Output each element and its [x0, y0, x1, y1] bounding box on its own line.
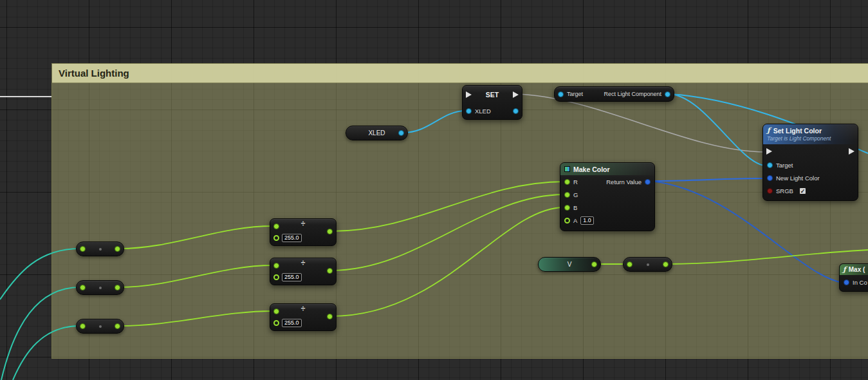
xled-get-node[interactable]: XLED [346, 126, 408, 140]
passthrough-node-4[interactable] [623, 257, 672, 272]
g-input-pin[interactable] [564, 192, 570, 198]
comment-box[interactable]: Virtual Lighting [51, 63, 868, 359]
new-light-color-label: New Light Color [776, 175, 820, 182]
exec-out-pin[interactable] [513, 91, 519, 98]
function-icon: ƒ [843, 265, 846, 274]
xled-get-output-pin[interactable] [398, 130, 404, 136]
function-icon: ƒ [767, 126, 770, 135]
comment-header[interactable]: Virtual Lighting [52, 64, 868, 83]
divide-node-1[interactable]: ÷ 255.0 [270, 218, 337, 246]
r-input-pin[interactable] [564, 179, 570, 185]
comment-title: Virtual Lighting [59, 68, 129, 79]
node-dot [99, 325, 102, 328]
srgb-row: SRGB ✓ [763, 184, 858, 197]
new-light-color-pin[interactable] [767, 175, 773, 181]
exec-in-pin[interactable] [466, 91, 472, 98]
max-node-header: ƒ Max ( [840, 264, 868, 275]
a-value-field[interactable]: 1.0 [580, 216, 594, 225]
set-light-color-title: Set Light Color [773, 127, 822, 135]
divide-output-pin[interactable] [327, 268, 333, 274]
target-pin[interactable] [767, 162, 773, 168]
divide-b-value-field[interactable]: 255.0 [282, 273, 302, 281]
divide-input-a-pin[interactable] [273, 309, 279, 314]
b-input-pin[interactable] [564, 205, 570, 211]
passthrough-node-1[interactable] [76, 242, 124, 256]
set-node-pin-row: XLED [463, 103, 522, 119]
node-dot [647, 263, 649, 266]
divide-node-3[interactable]: ÷ 255.0 [270, 303, 337, 331]
srgb-checkbox[interactable]: ✓ [799, 187, 806, 195]
divide-symbol: ÷ [270, 219, 336, 228]
a-input-label: A [573, 217, 577, 224]
g-input-label: G [573, 191, 578, 198]
divide-input-b-pin[interactable] [273, 235, 279, 241]
node-dot [99, 248, 102, 251]
exec-in-pin[interactable] [766, 148, 772, 155]
b-input-label: B [573, 204, 577, 211]
xled-input-pin[interactable] [466, 108, 472, 114]
set-node-header: SET [463, 86, 522, 103]
input-pin[interactable] [80, 285, 86, 290]
a-input-pin[interactable] [564, 218, 570, 223]
blueprint-graph-canvas[interactable]: Virtual Lighting SET XLED [0, 0, 868, 380]
make-color-row-a: A 1.0 [560, 214, 654, 227]
make-color-title: Make Color [573, 166, 610, 173]
passthrough-node-2[interactable] [76, 280, 124, 295]
rect-light-component-node[interactable]: Target Rect Light Component [554, 86, 674, 102]
set-light-color-header: ƒ Set Light Color Target is Light Compon… [763, 124, 858, 144]
set-xled-node[interactable]: SET XLED [462, 85, 522, 120]
input-pin[interactable] [80, 323, 86, 329]
make-color-node[interactable]: Make Color R Return Value G B A 1.0 [560, 162, 655, 231]
set-light-color-subtitle: Target is Light Component [767, 135, 854, 142]
divide-output-pin[interactable] [327, 314, 333, 319]
v-output-pin[interactable] [591, 261, 597, 267]
node-dot [99, 287, 102, 289]
return-value-label: Return Value [606, 178, 642, 185]
target-label: Target [776, 162, 793, 169]
new-light-color-row: New Light Color [763, 171, 858, 184]
divide-b-value-field[interactable]: 255.0 [282, 319, 302, 327]
max-node[interactable]: ƒ Max ( In Co [839, 263, 868, 292]
output-pin[interactable] [115, 246, 120, 252]
max-node-title: Max ( [849, 266, 865, 273]
max-input-label: In Co [853, 279, 867, 286]
exec-out-pin[interactable] [849, 148, 854, 155]
v-get-node[interactable]: V [538, 257, 601, 272]
input-pin[interactable] [627, 261, 633, 267]
divide-input-a-pin[interactable] [273, 223, 279, 229]
set-light-color-exec-row [763, 144, 858, 158]
divide-symbol: ÷ [270, 304, 336, 313]
xled-output-pin[interactable] [513, 108, 519, 114]
output-pin[interactable] [663, 261, 669, 267]
set-node-title: SET [472, 91, 513, 99]
make-color-header: Make Color [560, 163, 654, 175]
make-color-row-g: G [560, 188, 654, 201]
make-color-row-r: R Return Value [560, 175, 654, 188]
divide-node-2[interactable]: ÷ 255.0 [270, 258, 337, 285]
passthrough-node-3[interactable] [76, 319, 124, 334]
max-input-row: In Co [840, 275, 868, 290]
target-input-label: Target [567, 91, 583, 97]
rect-light-output-pin[interactable] [665, 91, 670, 97]
xled-input-label: XLED [475, 108, 491, 115]
divide-b-value-field[interactable]: 255.0 [282, 234, 302, 242]
divide-input-a-pin[interactable] [273, 263, 279, 269]
rect-light-output-label: Rect Light Component [604, 91, 661, 97]
output-pin[interactable] [115, 323, 120, 329]
set-light-color-node[interactable]: ƒ Set Light Color Target is Light Compon… [762, 124, 858, 201]
divide-input-b-pin[interactable] [273, 274, 279, 280]
make-struct-icon [564, 166, 570, 172]
srgb-pin[interactable] [767, 188, 773, 194]
target-row: Target [763, 158, 858, 171]
r-input-label: R [573, 178, 578, 185]
divide-symbol: ÷ [270, 258, 336, 267]
divide-output-pin[interactable] [327, 229, 333, 234]
input-pin[interactable] [80, 246, 86, 252]
srgb-label: SRGB [776, 187, 793, 195]
max-input-pin[interactable] [844, 280, 849, 285]
output-pin[interactable] [115, 285, 120, 290]
make-color-row-b: B [560, 201, 654, 214]
divide-input-b-pin[interactable] [273, 320, 279, 326]
target-input-pin[interactable] [558, 91, 564, 97]
return-value-pin[interactable] [645, 179, 651, 185]
